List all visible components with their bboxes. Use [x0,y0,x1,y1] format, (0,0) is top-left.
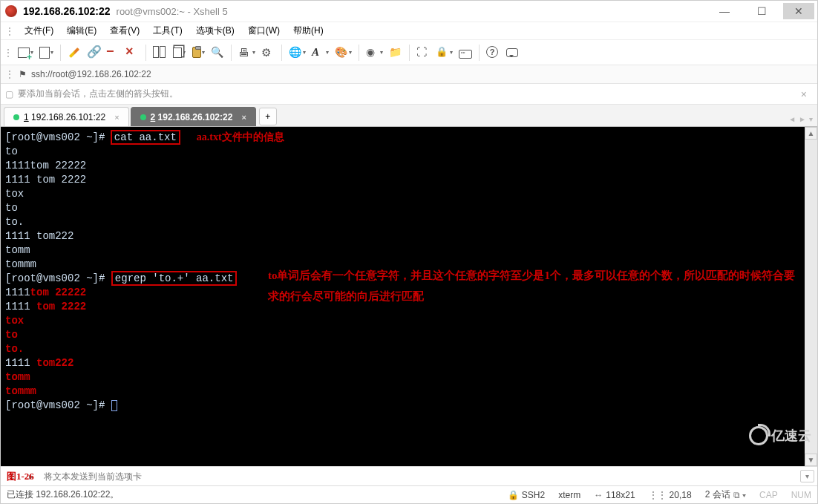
copy-button[interactable] [170,43,188,62]
printer-icon [238,46,252,59]
keyboard-button[interactable] [457,43,474,62]
minus-icon [106,46,120,59]
terminal-pane: [root@vms002 ~]# cat aa.txtaa.txt文件中的信息t… [1,127,817,466]
tab-label: 192.168.26.102:22 [158,112,233,122]
status-size: 118x21 [606,490,635,500]
properties-button[interactable] [65,43,83,62]
size-icon: ↔ [594,490,603,500]
script-button[interactable] [364,43,385,62]
titlebar: 192.168.26.102:22 root@vms002:~ - Xshell… [1,1,817,22]
times-icon [125,46,139,59]
send-bar: 图1-26 ≡ ▸ ▾ [1,466,817,485]
menu-tools[interactable]: 工具(T) [147,23,188,39]
send-target-dropdown[interactable]: ▾ [800,470,814,482]
feedback-button[interactable] [503,43,521,62]
tab-session-1[interactable]: 1 192.168.26.101:22 × [4,107,129,126]
tab-prev-button[interactable]: ◄ [787,115,797,123]
hint-add-icon[interactable] [5,89,13,99]
globe-icon [289,46,302,59]
pencil-icon [69,47,79,57]
palette-icon [335,46,348,59]
sessions-icon[interactable]: ⧉ ▾ [733,490,746,500]
menu-help[interactable]: 帮助(H) [287,23,330,39]
color-button[interactable] [333,43,354,62]
chat-icon [506,48,518,57]
app-icon [5,5,17,17]
keyboard-icon [459,50,472,59]
fullscreen-icon [416,46,430,59]
new-tab-icon [18,48,30,58]
bookmark-icon[interactable]: ⚑ [19,69,27,79]
status-bar: 已连接 192.168.26.102:22。 🔒SSH2 xterm ↔118x… [1,485,817,503]
menu-drag-handle[interactable]: ⋮ [5,26,17,36]
status-pos: 20,18 [670,490,692,500]
paste-button[interactable] [189,43,207,62]
status-proto: SSH2 [522,490,545,500]
toolbar-drag-handle[interactable]: ⋮ [4,48,14,58]
scroll-down-icon[interactable]: ▼ [805,454,817,466]
paste-icon [192,47,201,58]
swirl-icon [366,46,379,59]
status-cap: CAP [759,490,778,500]
link-icon: 🔗 [87,46,100,59]
title-ip: 192.168.26.102:22 [23,5,111,17]
lock-button[interactable] [433,43,455,62]
print-button[interactable] [236,43,258,62]
hint-bar: 要添加当前会话，点击左侧的箭头按钮。 × [1,84,817,105]
tab-session-2[interactable]: 2 192.168.26.102:22 × [131,107,256,126]
minimize-button[interactable]: — [709,3,740,19]
tab-close-icon[interactable]: × [241,113,246,122]
addressbar-handle[interactable]: ⋮ [5,69,14,79]
status-connected: 已连接 192.168.26.102:22。 [7,488,119,501]
tab-next-button[interactable]: ► [797,115,808,123]
split-icon [153,46,166,59]
status-dot-icon [13,114,19,120]
tab-number: 1 [24,112,29,122]
open-button[interactable] [37,43,56,62]
document-icon [39,47,50,59]
menubar: ⋮ 文件(F) 编辑(E) 查看(V) 工具(T) 选项卡(B) 窗口(W) 帮… [1,22,817,39]
maximize-button[interactable]: ☐ [746,3,777,19]
lock-icon: 🔒 [508,490,519,500]
address-url[interactable]: ssh://root@192.168.26.102:22 [31,69,151,79]
help-button[interactable] [484,43,502,62]
search-icon [211,46,224,59]
font-button[interactable] [310,43,331,62]
encoding-button[interactable] [287,43,308,62]
hint-close-button[interactable]: × [795,88,813,100]
tab-add-button[interactable]: + [259,108,277,125]
scroll-up-icon[interactable]: ▲ [805,127,817,140]
status-sessions: 2 会话 [705,488,730,501]
fullscreen-button[interactable] [414,43,432,62]
menu-window[interactable]: 窗口(W) [242,23,286,39]
new-session-button[interactable] [16,43,36,62]
disconnect-button[interactable] [104,43,122,62]
status-num: NUM [791,490,811,500]
tab-number: 2 [151,112,156,122]
close-tab-button[interactable] [123,43,141,62]
tab-bar: 1 192.168.26.101:22 × 2 192.168.26.102:2… [1,105,817,127]
menu-view[interactable]: 查看(V) [104,23,145,39]
hint-text: 要添加当前会话，点击左侧的箭头按钮。 [18,88,178,100]
status-dot-icon [140,114,146,120]
toolbar: ⋮ 🔗 [1,39,817,65]
tab-close-icon[interactable]: × [114,113,119,122]
gear-icon [261,46,275,59]
menu-edit[interactable]: 编辑(E) [61,23,102,39]
address-bar: ⋮ ⚑ ssh://root@192.168.26.102:22 [1,65,817,84]
copy-icon [173,48,182,58]
transfer-button[interactable] [387,43,405,62]
send-input[interactable] [42,470,797,483]
menu-tabs[interactable]: 选项卡(B) [190,23,241,39]
split-button[interactable] [151,43,168,62]
close-button[interactable]: ✕ [783,3,814,19]
annotation-2: to单词后会有一个任意字符，并且这个任意的字符至少是1个，最多可以任意的个数，所… [268,265,795,307]
figure-label: 图1-26 [7,470,34,483]
tab-label: 192.168.26.101:22 [31,112,105,122]
find-button[interactable] [209,43,226,62]
reconnect-button[interactable]: 🔗 [85,43,102,62]
options-button[interactable] [259,43,277,62]
terminal-scrollbar[interactable]: ▲ ▼ [805,127,817,466]
tab-list-button[interactable]: ▾ [808,115,814,123]
menu-file[interactable]: 文件(F) [19,23,59,39]
